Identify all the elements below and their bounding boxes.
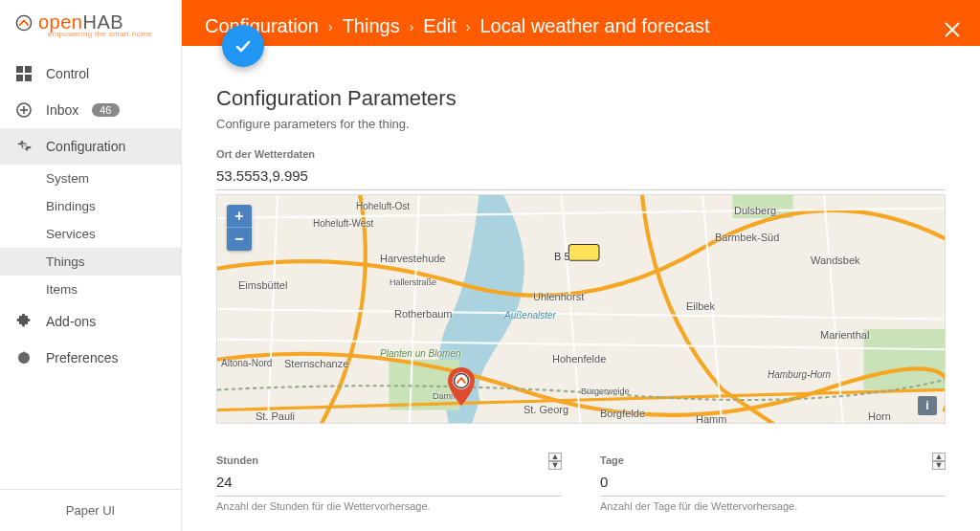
sidebar-item-label: Add-ons (46, 314, 96, 329)
sidebar-footer[interactable]: Paper UI (0, 489, 181, 531)
crumb-edit[interactable]: Edit (423, 15, 456, 37)
close-button[interactable] (944, 21, 961, 43)
sidebar-item-label: Inbox (46, 102, 78, 118)
map-info-button[interactable]: i (918, 396, 937, 415)
dashboard-icon (15, 65, 33, 82)
crumb-things[interactable]: Things (343, 15, 400, 37)
hours-stepper[interactable]: ▲▼ (548, 453, 562, 470)
location-input[interactable] (216, 164, 946, 190)
sidebar-item-label: Preferences (46, 350, 118, 365)
svg-rect-2 (25, 66, 32, 73)
sidebar-sub-services[interactable]: Services (0, 220, 181, 248)
map-zoom-control: + − (227, 205, 252, 251)
svg-rect-13 (864, 329, 945, 389)
chevron-right-icon: › (466, 19, 471, 34)
days-stepper[interactable]: ▲▼ (932, 453, 946, 470)
hours-input[interactable] (216, 470, 562, 497)
step-down-icon[interactable]: ▼ (932, 461, 946, 470)
sidebar-sub-items[interactable]: Items (0, 276, 181, 303)
save-fab[interactable] (222, 25, 264, 67)
gear-icon (15, 138, 33, 155)
sidebar-item-control[interactable]: Control (0, 55, 181, 92)
zoom-in-button[interactable]: + (227, 205, 252, 228)
hours-help: Anzahl der Stunden für die Wettervorhers… (216, 500, 562, 512)
logo: openHAB empowering the smart home (0, 0, 181, 55)
crumb-current: Local weather and forecast (479, 15, 709, 37)
map-canvas (217, 195, 945, 423)
crumb-configuration[interactable]: Configuration (205, 15, 319, 37)
map[interactable]: B 5 Hoheluft-Ost Hoheluft-West Dulsberg … (216, 194, 946, 424)
map-pin-icon[interactable] (447, 367, 476, 409)
days-input[interactable] (600, 470, 946, 497)
location-label: Ort der Wetterdaten (216, 148, 946, 160)
zoom-out-button[interactable]: − (227, 228, 252, 251)
header: Configuration › Things › Edit › Local we… (182, 0, 980, 46)
sidebar-item-inbox[interactable]: Inbox 46 (0, 92, 181, 128)
puzzle-icon (15, 313, 33, 330)
main: Configuration › Things › Edit › Local we… (182, 0, 980, 531)
svg-point-15 (453, 372, 470, 389)
svg-rect-4 (25, 75, 32, 81)
svg-rect-10 (217, 195, 945, 423)
sidebar-item-label: Configuration (46, 139, 125, 154)
step-down-icon[interactable]: ▼ (548, 461, 562, 470)
sidebar-item-preferences[interactable]: Preferences (0, 340, 181, 376)
sidebar-item-configuration[interactable]: Configuration (0, 128, 181, 165)
logo-icon (15, 14, 33, 32)
nav: Control Inbox 46 Configuration System Bi… (0, 55, 181, 489)
chevron-right-icon: › (410, 19, 414, 34)
sidebar-sub-system[interactable]: System (0, 165, 181, 192)
chevron-right-icon: › (328, 19, 333, 34)
sidebar-sub-bindings[interactable]: Bindings (0, 192, 181, 220)
section-subtitle: Configure parameters for the thing. (216, 117, 946, 131)
inbox-badge: 46 (92, 103, 119, 117)
sidebar: openHAB empowering the smart home Contro… (0, 0, 182, 531)
days-label: Tage (600, 454, 946, 466)
sidebar-item-label: Control (46, 66, 89, 81)
svg-rect-3 (16, 75, 23, 81)
content: Configuration Parameters Configure param… (182, 46, 980, 531)
hours-label: Stunden (216, 454, 562, 466)
svg-point-0 (16, 15, 31, 30)
section-title: Configuration Parameters (216, 46, 946, 111)
logo-tagline: empowering the smart home (48, 30, 166, 38)
svg-rect-14 (568, 244, 599, 260)
svg-rect-1 (16, 66, 23, 73)
inbox-icon (15, 101, 33, 119)
days-help: Anzahl der Tage für die Wettervorhersage… (600, 500, 946, 512)
sidebar-sub-things[interactable]: Things (0, 248, 181, 276)
breadcrumb: Configuration › Things › Edit › Local we… (205, 0, 710, 37)
star-icon (15, 349, 33, 366)
sidebar-item-addons[interactable]: Add-ons (0, 303, 181, 340)
